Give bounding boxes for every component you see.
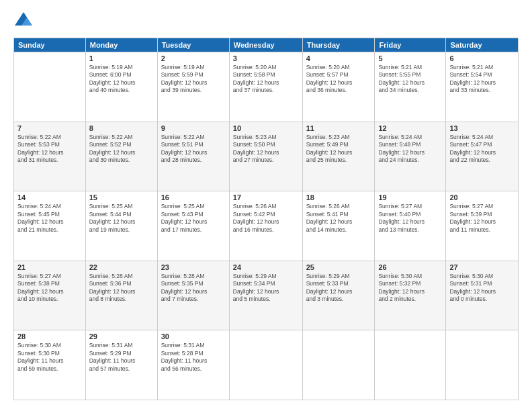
- day-info: Sunrise: 5:24 AM Sunset: 5:47 PM Dayligh…: [449, 134, 515, 165]
- logo-icon: [13, 11, 34, 31]
- day-info: Sunrise: 5:31 AM Sunset: 5:28 PM Dayligh…: [161, 342, 226, 373]
- weekday-header-tuesday: Tuesday: [157, 38, 229, 52]
- day-info: Sunrise: 5:31 AM Sunset: 5:29 PM Dayligh…: [89, 342, 154, 373]
- day-info: Sunrise: 5:27 AM Sunset: 5:39 PM Dayligh…: [449, 203, 515, 234]
- day-info: Sunrise: 5:28 AM Sunset: 5:36 PM Dayligh…: [89, 273, 154, 304]
- weekday-header-wednesday: Wednesday: [229, 38, 302, 52]
- calendar-cell: 4Sunrise: 5:20 AM Sunset: 5:57 PM Daylig…: [302, 52, 375, 122]
- calendar-table: SundayMondayTuesdayWednesdayThursdayFrid…: [13, 38, 519, 400]
- day-number: 24: [233, 263, 299, 271]
- day-info: Sunrise: 5:24 AM Sunset: 5:45 PM Dayligh…: [17, 203, 82, 234]
- day-number: 26: [378, 263, 442, 271]
- calendar-cell: 30Sunrise: 5:31 AM Sunset: 5:28 PM Dayli…: [157, 330, 229, 400]
- calendar-cell: 1Sunrise: 5:19 AM Sunset: 6:00 PM Daylig…: [85, 52, 157, 122]
- calendar-cell: 18Sunrise: 5:26 AM Sunset: 5:41 PM Dayli…: [302, 191, 375, 261]
- calendar-cell: 26Sunrise: 5:30 AM Sunset: 5:32 PM Dayli…: [375, 261, 446, 330]
- day-number: 19: [378, 193, 442, 201]
- calendar-cell: 17Sunrise: 5:26 AM Sunset: 5:42 PM Dayli…: [229, 191, 302, 261]
- day-info: Sunrise: 5:22 AM Sunset: 5:52 PM Dayligh…: [89, 134, 154, 165]
- calendar-cell: 15Sunrise: 5:25 AM Sunset: 5:44 PM Dayli…: [85, 191, 157, 261]
- week-row-5: 28Sunrise: 5:30 AM Sunset: 5:30 PM Dayli…: [14, 330, 519, 400]
- page: SundayMondayTuesdayWednesdayThursdayFrid…: [0, 0, 532, 411]
- day-info: Sunrise: 5:20 AM Sunset: 5:58 PM Dayligh…: [233, 64, 299, 95]
- calendar-cell: 22Sunrise: 5:28 AM Sunset: 5:36 PM Dayli…: [85, 261, 157, 330]
- day-number: 8: [89, 124, 154, 132]
- day-info: Sunrise: 5:29 AM Sunset: 5:34 PM Dayligh…: [233, 273, 299, 304]
- day-info: Sunrise: 5:21 AM Sunset: 5:55 PM Dayligh…: [378, 64, 442, 95]
- day-number: 11: [306, 124, 371, 132]
- header: [13, 11, 519, 31]
- weekday-header-saturday: Saturday: [446, 38, 519, 52]
- day-number: 1: [89, 54, 154, 62]
- day-info: Sunrise: 5:20 AM Sunset: 5:57 PM Dayligh…: [306, 64, 371, 95]
- day-number: 5: [378, 54, 442, 62]
- calendar-cell: 28Sunrise: 5:30 AM Sunset: 5:30 PM Dayli…: [14, 330, 86, 400]
- calendar-cell: [229, 330, 302, 400]
- calendar-cell: 21Sunrise: 5:27 AM Sunset: 5:38 PM Dayli…: [14, 261, 86, 330]
- calendar-cell: 13Sunrise: 5:24 AM Sunset: 5:47 PM Dayli…: [446, 122, 519, 191]
- day-number: 3: [233, 54, 299, 62]
- day-number: 10: [233, 124, 299, 132]
- day-info: Sunrise: 5:21 AM Sunset: 5:54 PM Dayligh…: [449, 64, 515, 95]
- day-number: 21: [17, 263, 82, 271]
- weekday-header-sunday: Sunday: [14, 38, 86, 52]
- calendar-cell: [14, 52, 86, 122]
- day-info: Sunrise: 5:19 AM Sunset: 6:00 PM Dayligh…: [89, 64, 154, 95]
- day-info: Sunrise: 5:26 AM Sunset: 5:41 PM Dayligh…: [306, 203, 371, 234]
- day-info: Sunrise: 5:25 AM Sunset: 5:43 PM Dayligh…: [161, 203, 226, 234]
- calendar-cell: 27Sunrise: 5:30 AM Sunset: 5:31 PM Dayli…: [446, 261, 519, 330]
- calendar-cell: 10Sunrise: 5:23 AM Sunset: 5:50 PM Dayli…: [229, 122, 302, 191]
- calendar-cell: 23Sunrise: 5:28 AM Sunset: 5:35 PM Dayli…: [157, 261, 229, 330]
- day-number: 27: [449, 263, 515, 271]
- week-row-3: 14Sunrise: 5:24 AM Sunset: 5:45 PM Dayli…: [14, 191, 519, 261]
- day-info: Sunrise: 5:30 AM Sunset: 5:31 PM Dayligh…: [449, 273, 515, 304]
- calendar-cell: [302, 330, 375, 400]
- day-number: 18: [306, 193, 371, 201]
- day-number: 4: [306, 54, 371, 62]
- day-info: Sunrise: 5:22 AM Sunset: 5:53 PM Dayligh…: [17, 134, 82, 165]
- calendar-cell: 5Sunrise: 5:21 AM Sunset: 5:55 PM Daylig…: [375, 52, 446, 122]
- calendar-cell: 7Sunrise: 5:22 AM Sunset: 5:53 PM Daylig…: [14, 122, 86, 191]
- day-info: Sunrise: 5:19 AM Sunset: 5:59 PM Dayligh…: [161, 64, 226, 95]
- day-info: Sunrise: 5:30 AM Sunset: 5:30 PM Dayligh…: [17, 342, 82, 373]
- day-info: Sunrise: 5:28 AM Sunset: 5:35 PM Dayligh…: [161, 273, 226, 304]
- calendar-cell: 14Sunrise: 5:24 AM Sunset: 5:45 PM Dayli…: [14, 191, 86, 261]
- day-number: 17: [233, 193, 299, 201]
- day-number: 28: [17, 332, 82, 340]
- weekday-header-friday: Friday: [375, 38, 446, 52]
- week-row-2: 7Sunrise: 5:22 AM Sunset: 5:53 PM Daylig…: [14, 122, 519, 191]
- calendar-cell: 3Sunrise: 5:20 AM Sunset: 5:58 PM Daylig…: [229, 52, 302, 122]
- weekday-header-row: SundayMondayTuesdayWednesdayThursdayFrid…: [14, 38, 519, 52]
- day-number: 13: [449, 124, 515, 132]
- day-number: 22: [89, 263, 154, 271]
- logo: [13, 11, 35, 31]
- day-info: Sunrise: 5:27 AM Sunset: 5:38 PM Dayligh…: [17, 273, 82, 304]
- day-info: Sunrise: 5:24 AM Sunset: 5:48 PM Dayligh…: [378, 134, 442, 165]
- calendar-cell: 9Sunrise: 5:22 AM Sunset: 5:51 PM Daylig…: [157, 122, 229, 191]
- day-info: Sunrise: 5:23 AM Sunset: 5:49 PM Dayligh…: [306, 134, 371, 165]
- day-info: Sunrise: 5:25 AM Sunset: 5:44 PM Dayligh…: [89, 203, 154, 234]
- day-number: 6: [449, 54, 515, 62]
- day-info: Sunrise: 5:23 AM Sunset: 5:50 PM Dayligh…: [233, 134, 299, 165]
- day-number: 16: [161, 193, 226, 201]
- calendar-cell: 19Sunrise: 5:27 AM Sunset: 5:40 PM Dayli…: [375, 191, 446, 261]
- weekday-header-thursday: Thursday: [302, 38, 375, 52]
- calendar-cell: [375, 330, 446, 400]
- calendar-cell: 24Sunrise: 5:29 AM Sunset: 5:34 PM Dayli…: [229, 261, 302, 330]
- day-number: 20: [449, 193, 515, 201]
- calendar-cell: 16Sunrise: 5:25 AM Sunset: 5:43 PM Dayli…: [157, 191, 229, 261]
- calendar-cell: 25Sunrise: 5:29 AM Sunset: 5:33 PM Dayli…: [302, 261, 375, 330]
- calendar-cell: 2Sunrise: 5:19 AM Sunset: 5:59 PM Daylig…: [157, 52, 229, 122]
- calendar-cell: 12Sunrise: 5:24 AM Sunset: 5:48 PM Dayli…: [375, 122, 446, 191]
- calendar-cell: 6Sunrise: 5:21 AM Sunset: 5:54 PM Daylig…: [446, 52, 519, 122]
- day-info: Sunrise: 5:27 AM Sunset: 5:40 PM Dayligh…: [378, 203, 442, 234]
- day-info: Sunrise: 5:29 AM Sunset: 5:33 PM Dayligh…: [306, 273, 371, 304]
- weekday-header-monday: Monday: [85, 38, 157, 52]
- calendar-cell: 20Sunrise: 5:27 AM Sunset: 5:39 PM Dayli…: [446, 191, 519, 261]
- calendar-cell: 8Sunrise: 5:22 AM Sunset: 5:52 PM Daylig…: [85, 122, 157, 191]
- week-row-1: 1Sunrise: 5:19 AM Sunset: 6:00 PM Daylig…: [14, 52, 519, 122]
- day-number: 25: [306, 263, 371, 271]
- day-number: 14: [17, 193, 82, 201]
- day-info: Sunrise: 5:26 AM Sunset: 5:42 PM Dayligh…: [233, 203, 299, 234]
- day-number: 2: [161, 54, 226, 62]
